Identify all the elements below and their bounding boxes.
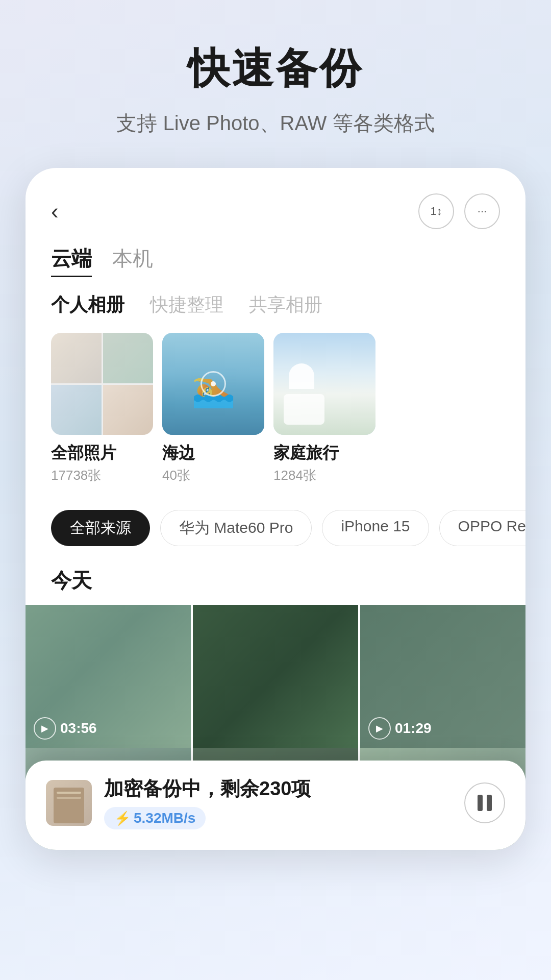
more-button[interactable]: ··· — [464, 193, 500, 229]
video-duration-3: 01:29 — [395, 720, 432, 737]
photo-grid: ▶ 03:56 ▶ 01:29 — [26, 605, 525, 748]
notification-info: 加密备份中，剩余230项 ⚡ 5.32MB/s — [104, 776, 452, 829]
nav-bar: ‹ 1↕ ··· — [26, 193, 525, 244]
subtab-personal[interactable]: 个人相册 — [51, 292, 124, 317]
filter-iphone[interactable]: iPhone 15 — [322, 510, 429, 546]
photo-cell-2[interactable] — [193, 605, 358, 748]
filter-huawei[interactable]: 华为 Mate60 Pro — [160, 510, 312, 546]
album-label-all: 全部照片 — [51, 442, 153, 464]
tab-cloud[interactable]: 云端 — [51, 244, 92, 277]
video-overlay-1: ▶ 03:56 — [34, 717, 97, 740]
video-duration-1: 03:56 — [60, 720, 97, 737]
speed-badge: ⚡ 5.32MB/s — [104, 807, 206, 829]
album-item-all[interactable]: 全部照片 17738张 — [51, 333, 153, 484]
video-overlay-3: ▶ 01:29 — [368, 717, 432, 740]
album-count-all: 17738张 — [51, 467, 153, 484]
page-container: 快速备份 支持 Live Photo、RAW 等各类格式 ‹ 1↕ ··· 云端… — [0, 0, 551, 850]
subtab-quick[interactable]: 快捷整理 — [150, 292, 223, 317]
album-cover-all — [51, 333, 153, 435]
section-today: 今天 — [26, 556, 525, 605]
phone-mockup: ‹ 1↕ ··· 云端 本机 个人相册 快捷整理 共享相册 — [26, 168, 525, 850]
album-label-travel: 家庭旅行 — [273, 442, 375, 464]
page-title: 快速备份 — [31, 41, 520, 97]
album-grid: 全部照片 17738张 🏊 — [26, 333, 525, 489]
page-subtitle: 支持 Live Photo、RAW 等各类格式 — [31, 109, 520, 137]
notification-bar: 加密备份中，剩余230项 ⚡ 5.32MB/s — [26, 761, 525, 850]
live-photo-icon — [201, 371, 226, 397]
filter-row: 全部来源 华为 Mate60 Pro iPhone 15 OPPO Reno — [26, 489, 525, 556]
album-item-travel[interactable]: 家庭旅行 1284张 — [273, 333, 375, 484]
notification-title: 加密备份中，剩余230项 — [104, 776, 452, 802]
album-item-sea[interactable]: 🏊 海边 40张 — [162, 333, 264, 484]
album-count-sea: 40张 — [162, 467, 264, 484]
filter-all[interactable]: 全部来源 — [51, 510, 150, 546]
sort-button[interactable]: 1↕ — [418, 193, 454, 229]
photo-cell-3[interactable]: ▶ 01:29 — [360, 605, 525, 748]
album-count-travel: 1284张 — [273, 467, 375, 484]
sub-tabs: 个人相册 快捷整理 共享相册 — [26, 292, 525, 333]
filter-oppo[interactable]: OPPO Reno — [439, 510, 525, 546]
speed-value: 5.32MB/s — [134, 810, 195, 826]
play-icon-1: ▶ — [34, 717, 56, 740]
subtab-shared[interactable]: 共享相册 — [249, 292, 322, 317]
album-cover-sea: 🏊 — [162, 333, 264, 435]
pause-button[interactable] — [464, 782, 505, 823]
backup-thumbnail — [46, 780, 92, 826]
page-header: 快速备份 支持 Live Photo、RAW 等各类格式 — [0, 0, 551, 158]
pause-icon — [478, 795, 492, 811]
play-icon-3: ▶ — [368, 717, 391, 740]
nav-icons: 1↕ ··· — [418, 193, 500, 229]
lightning-icon: ⚡ — [114, 811, 131, 826]
photo-cell-1[interactable]: ▶ 03:56 — [26, 605, 191, 748]
tab-local[interactable]: 本机 — [112, 244, 153, 277]
back-button[interactable]: ‹ — [51, 199, 59, 224]
album-label-sea: 海边 — [162, 442, 264, 464]
main-tabs: 云端 本机 — [26, 244, 525, 292]
